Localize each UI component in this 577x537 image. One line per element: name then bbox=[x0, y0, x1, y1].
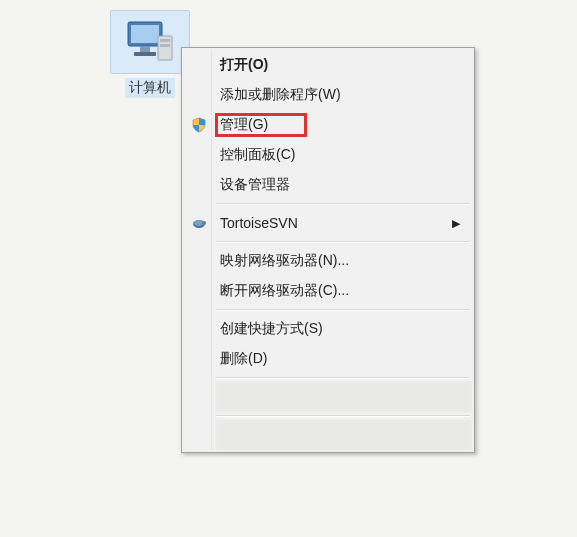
submenu-arrow-icon: ▶ bbox=[452, 217, 460, 230]
menu-device-manager[interactable]: 设备管理器 bbox=[184, 170, 472, 200]
menu-add-remove-programs-label: 添加或删除程序(W) bbox=[220, 86, 341, 104]
menu-device-manager-label: 设备管理器 bbox=[220, 176, 290, 194]
menu-tortoisesvn[interactable]: TortoiseSVN ▶ bbox=[184, 208, 472, 238]
svg-rect-6 bbox=[160, 44, 170, 47]
svg-rect-3 bbox=[134, 52, 156, 56]
menu-control-panel[interactable]: 控制面板(C) bbox=[184, 140, 472, 170]
menu-manage[interactable]: 管理(G) bbox=[184, 110, 472, 140]
menu-create-shortcut-label: 创建快捷方式(S) bbox=[220, 320, 323, 338]
menu-separator bbox=[216, 415, 470, 417]
menu-separator bbox=[216, 377, 470, 379]
context-menu: 打开(O) 添加或删除程序(W) 管理(G) 控制面板(C) 设备管理器 bbox=[181, 47, 475, 453]
menu-delete-label: 删除(D) bbox=[220, 350, 267, 368]
menu-delete[interactable]: 删除(D) bbox=[184, 344, 472, 374]
computer-icon bbox=[110, 10, 190, 74]
menu-item-obscured[interactable] bbox=[216, 382, 472, 412]
menu-tortoisesvn-label: TortoiseSVN bbox=[220, 215, 298, 231]
menu-control-panel-label: 控制面板(C) bbox=[220, 146, 295, 164]
menu-separator bbox=[216, 309, 470, 311]
menu-map-network-drive-label: 映射网络驱动器(N)... bbox=[220, 252, 349, 270]
menu-open-label: 打开(O) bbox=[220, 56, 268, 74]
svg-rect-2 bbox=[140, 46, 150, 52]
desktop-icon-label: 计算机 bbox=[125, 78, 175, 98]
menu-create-shortcut[interactable]: 创建快捷方式(S) bbox=[184, 314, 472, 344]
shield-icon bbox=[190, 116, 208, 134]
svg-rect-5 bbox=[160, 39, 170, 42]
svg-point-9 bbox=[202, 221, 206, 225]
menu-add-remove-programs[interactable]: 添加或删除程序(W) bbox=[184, 80, 472, 110]
menu-separator bbox=[216, 203, 470, 205]
menu-item-obscured[interactable] bbox=[216, 420, 472, 450]
menu-disconnect-network-drive-label: 断开网络驱动器(C)... bbox=[220, 282, 349, 300]
menu-separator bbox=[216, 241, 470, 243]
menu-disconnect-network-drive[interactable]: 断开网络驱动器(C)... bbox=[184, 276, 472, 306]
menu-open[interactable]: 打开(O) bbox=[184, 50, 472, 80]
svg-rect-1 bbox=[131, 25, 159, 43]
menu-manage-label: 管理(G) bbox=[220, 116, 268, 134]
tortoisesvn-icon bbox=[190, 214, 208, 232]
menu-map-network-drive[interactable]: 映射网络驱动器(N)... bbox=[184, 246, 472, 276]
